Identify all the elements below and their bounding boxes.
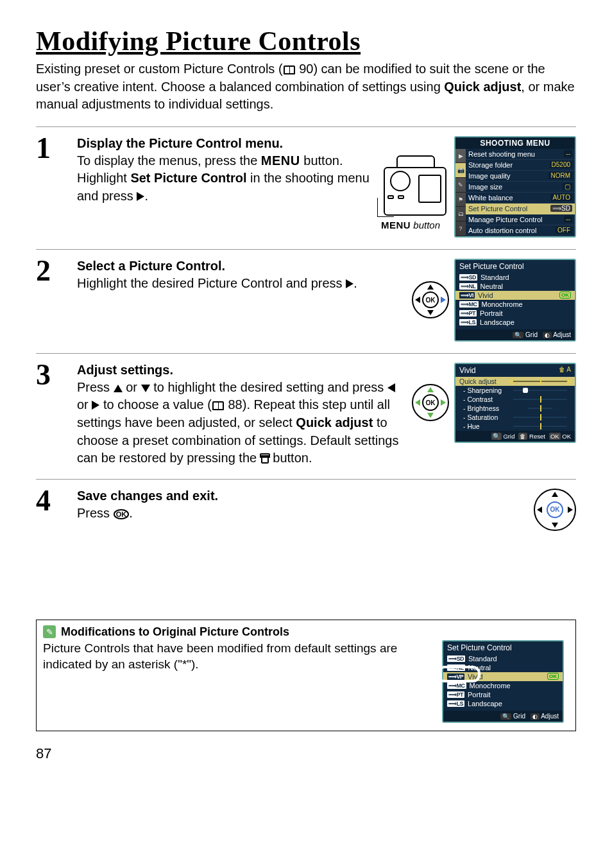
multi-selector-all-icon: OK bbox=[412, 384, 449, 421]
page-number: 87 bbox=[36, 745, 576, 762]
multi-selector-right-icon: OK bbox=[412, 281, 449, 318]
step-1-text: To display the menus, press the MENU but… bbox=[77, 152, 370, 205]
multi-selector-ok-icon: OK bbox=[534, 489, 576, 531]
step-2: 2 Select a Picture Control. Highlight th… bbox=[36, 249, 576, 353]
step-4-text: Press OK. bbox=[77, 505, 522, 523]
page-title: Modifying Picture Controls bbox=[36, 26, 576, 56]
step-2-title: Select a Picture Control. bbox=[77, 259, 400, 273]
step-3-text: Press or to highlight the desired settin… bbox=[77, 379, 400, 467]
step-3: 3 Adjust settings. Press or to highlight… bbox=[36, 353, 576, 479]
pencil-icon: ✎ bbox=[43, 625, 56, 638]
note-text: Picture Controls that have been modified… bbox=[43, 640, 432, 673]
up-arrow-icon bbox=[114, 385, 123, 392]
step-number: 3 bbox=[36, 361, 65, 388]
book-icon bbox=[212, 401, 224, 410]
step-4: 4 Save changes and exit. Press OK. OK bbox=[36, 479, 576, 542]
shooting-menu-screenshot: SHOOTING MENU ▶📷✎⚑🗂? Reset shooting menu… bbox=[454, 136, 576, 238]
left-arrow-icon bbox=[387, 383, 395, 392]
step-1: 1 Display the Picture Control menu. To d… bbox=[36, 126, 576, 249]
right-arrow-icon bbox=[137, 192, 144, 201]
trash-icon bbox=[260, 453, 269, 464]
intro-paragraph: Existing preset or custom Picture Contro… bbox=[36, 60, 576, 114]
asterisk-callout bbox=[438, 667, 479, 681]
right-arrow-icon bbox=[346, 279, 353, 288]
step-4-title: Save changes and exit. bbox=[77, 489, 522, 503]
step-1-title: Display the Picture Control menu. bbox=[77, 136, 370, 151]
set-picture-control-screenshot: Set Picture Control ⟹SDStandard ⟹NLNeutr… bbox=[454, 259, 576, 342]
step-number: 2 bbox=[36, 257, 65, 284]
book-icon bbox=[284, 65, 295, 74]
step-number: 4 bbox=[36, 487, 65, 514]
note-box: ✎ Modifications to Original Picture Cont… bbox=[36, 620, 576, 731]
camera-back-illustration: MENU button bbox=[381, 136, 450, 230]
note-set-picture-control-screenshot: Set Picture Control ⟹SDStandard ⟹NLNeutr… bbox=[442, 640, 564, 723]
ok-button-icon: OK bbox=[114, 509, 130, 519]
step-3-title: Adjust settings. bbox=[77, 363, 400, 378]
step-number: 1 bbox=[36, 135, 65, 161]
step-2-text: Highlight the desired Picture Control an… bbox=[77, 275, 400, 293]
right-arrow-icon bbox=[92, 401, 99, 410]
note-title: Modifications to Original Picture Contro… bbox=[61, 625, 289, 639]
menu-button-caption: MENU button bbox=[381, 220, 450, 230]
down-arrow-icon bbox=[141, 385, 150, 392]
adjust-settings-screenshot: Vivid🗑 A Quick adjust - Sharpening - Con… bbox=[454, 363, 576, 443]
